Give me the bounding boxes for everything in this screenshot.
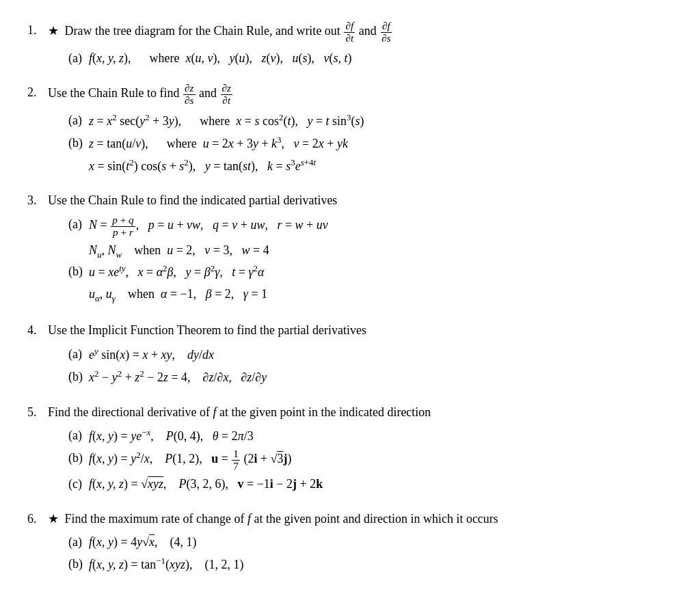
- problem-6b-label: (b): [68, 554, 89, 574]
- problem-3a: (a) N = p + q p + r , p = u + vw, q = v …: [68, 215, 673, 239]
- problem-5-number: 5.: [27, 403, 48, 422]
- problem-6a-label: (a): [68, 532, 89, 552]
- problem-2a-label: (a): [68, 111, 89, 131]
- problem-1a: (a) f(x, y, z), where x(u, v), y(u), z(v…: [68, 49, 673, 68]
- problem-1a-label: (a): [68, 49, 89, 68]
- problem-4-text: Use the Implicit Function Theorem to fin…: [48, 321, 673, 340]
- problem-2b-text: z = tan(u/v), where u = 2x + 3y + k3, v …: [89, 133, 348, 154]
- problem-5c-text: f(x, y, z) = √xyz, P(3, 2, 6), v = −1i −…: [89, 474, 323, 494]
- problem-3a-text: N = p + q p + r , p = u + vw, q = v + uw…: [89, 215, 328, 239]
- problem-4b-text: x2 − y2 + z2 − 2z = 4, ∂z/∂x, ∂z/∂y: [89, 367, 267, 388]
- problem-5a: (a) f(x, y) = ye−x, P(0, 4), θ = 2π/3: [68, 426, 673, 446]
- problem-4b-label: (b): [68, 367, 89, 387]
- problem-5a-label: (a): [68, 426, 89, 446]
- problem-3a-label: (a): [68, 215, 89, 234]
- partial-z-t: ∂z ∂t: [221, 83, 233, 107]
- problem-2-text: Use the Chain Rule to find ∂z ∂s and ∂z …: [48, 83, 673, 107]
- problem-4-number: 4.: [27, 321, 48, 340]
- problem-6a-text: f(x, y) = 4y√x, (4, 1): [89, 532, 197, 552]
- problem-6-number: 6.: [27, 509, 48, 529]
- problem-2-number: 2.: [27, 83, 48, 103]
- problem-2: 2. Use the Chain Rule to find ∂z ∂s and …: [27, 83, 673, 176]
- star-icon: ★: [48, 24, 59, 38]
- problem-3: 3. Use the Chain Rule to find the indica…: [27, 191, 673, 305]
- partial-f-t: ∂f ∂t: [344, 21, 355, 44]
- partial-f-s: ∂f ∂s: [380, 21, 392, 44]
- problem-5b-label: (b): [68, 448, 89, 468]
- problem-3-text: Use the Chain Rule to find the indicated…: [48, 191, 673, 210]
- problem-6b-text: f(x, y, z) = tan−1(xyz), (1, 2, 1): [89, 554, 243, 575]
- problem-2b-cont: x = sin(t2) cos(s + s2), y = tan(st), k …: [89, 156, 673, 176]
- problem-5b: (b) f(x, y) = y2/x, P(1, 2), u = 1 7 (2i…: [68, 448, 673, 472]
- problem-3b-label: (b): [68, 262, 89, 282]
- problem-3-number: 3.: [27, 191, 48, 210]
- problem-2b-label: (b): [68, 133, 89, 153]
- problem-2a: (a) z = x2 sec(y2 + 3y), where x = s cos…: [68, 111, 673, 131]
- problem-4a: (a) ey sin(x) = x + xy, dy/dx: [68, 344, 673, 365]
- problem-3a-cont: Nu, Nw when u = 2, v = 3, w = 4: [89, 241, 673, 262]
- problem-1-text: ★ Draw the tree diagram for the Chain Ru…: [48, 21, 673, 44]
- problem-5b-text: f(x, y) = y2/x, P(1, 2), u = 1 7 (2i + √…: [89, 448, 292, 472]
- problem-4a-label: (a): [68, 344, 89, 364]
- problem-6b: (b) f(x, y, z) = tan−1(xyz), (1, 2, 1): [68, 554, 673, 575]
- problem-4a-text: ey sin(x) = x + xy, dy/dx: [89, 344, 214, 365]
- problem-3b: (b) u = xety, x = α2β, y = β2γ, t = γ2α: [68, 262, 673, 282]
- problem-6-text: ★ Find the maximum rate of change of f a…: [48, 509, 673, 529]
- problem-2a-text: z = x2 sec(y2 + 3y), where x = s cos2(t)…: [89, 111, 364, 131]
- problem-5: 5. Find the directional derivative of f …: [27, 403, 673, 494]
- problem-1a-text: f(x, y, z), where x(u, v), y(u), z(v), u…: [89, 49, 352, 68]
- star-icon-2: ★: [48, 512, 59, 526]
- problem-5a-text: f(x, y) = ye−x, P(0, 4), θ = 2π/3: [89, 426, 254, 446]
- problem-6a: (a) f(x, y) = 4y√x, (4, 1): [68, 532, 673, 552]
- page-content: 1. ★ Draw the tree diagram for the Chain…: [27, 21, 673, 575]
- problem-3b-cont: uα, uγ when α = −1, β = 2, γ = 1: [89, 284, 673, 305]
- partial-z-s: ∂z ∂s: [183, 83, 196, 107]
- problem-1: 1. ★ Draw the tree diagram for the Chain…: [27, 21, 673, 68]
- problem-1-number: 1.: [27, 21, 48, 40]
- problem-2b: (b) z = tan(u/v), where u = 2x + 3y + k3…: [68, 133, 673, 154]
- problem-5-text: Find the directional derivative of f at …: [48, 403, 673, 422]
- problem-5c: (c) f(x, y, z) = √xyz, P(3, 2, 6), v = −…: [68, 474, 673, 494]
- frac-p+q-p+r: p + q p + r: [111, 215, 135, 239]
- problem-6: 6. ★ Find the maximum rate of change of …: [27, 509, 673, 575]
- problem-3b-text: u = xety, x = α2β, y = β2γ, t = γ2α: [89, 262, 264, 282]
- problem-5c-label: (c): [68, 474, 89, 494]
- problem-4: 4. Use the Implicit Function Theorem to …: [27, 321, 673, 387]
- problem-4b: (b) x2 − y2 + z2 − 2z = 4, ∂z/∂x, ∂z/∂y: [68, 367, 673, 388]
- frac-1-7: 1 7: [232, 448, 240, 472]
